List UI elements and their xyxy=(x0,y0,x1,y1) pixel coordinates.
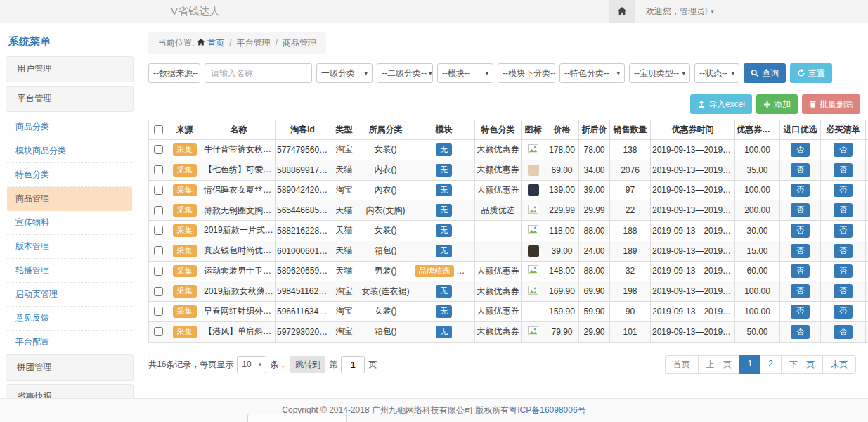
cell-source: 采集 xyxy=(167,140,202,160)
cell-coupon-amount: 60.00 xyxy=(735,261,780,281)
sidebar-item[interactable]: 宣传物料 xyxy=(7,211,132,235)
import-select-toggle[interactable]: 否 xyxy=(791,244,810,258)
sidebar-item[interactable]: 轮播管理 xyxy=(7,259,132,283)
sidebar-item[interactable]: 特色分类 xyxy=(7,163,132,187)
name-input[interactable] xyxy=(205,63,312,83)
cell-category: 内衣() xyxy=(358,180,413,200)
table-row: 采集牛仔背带裤女秋装减龄...577479560965淘宝女装()无大额优惠券1… xyxy=(149,140,868,160)
cell-must-buy: 否 xyxy=(821,241,866,261)
sidebar-item[interactable]: 模块商品分类 xyxy=(7,139,132,163)
pager-button[interactable]: 末页 xyxy=(822,355,856,374)
must-buy-toggle[interactable]: 否 xyxy=(834,143,853,157)
source-badge: 采集 xyxy=(173,305,197,318)
import-select-toggle[interactable]: 否 xyxy=(791,184,810,198)
import-select-toggle[interactable]: 否 xyxy=(791,143,810,157)
module-sub-category-select[interactable]: --模块下分类--▾ xyxy=(498,63,555,83)
row-checkbox[interactable] xyxy=(154,267,163,276)
sidebar-item[interactable]: 平台配置 xyxy=(7,331,132,354)
breadcrumb-home-link[interactable]: 首页 xyxy=(207,38,224,48)
row-checkbox[interactable] xyxy=(154,246,163,255)
must-buy-toggle[interactable]: 否 xyxy=(834,284,853,298)
select-all-checkbox[interactable] xyxy=(154,125,163,134)
query-button[interactable]: 查询 xyxy=(744,63,786,83)
row-checkbox[interactable] xyxy=(154,206,163,215)
chevron-down-icon: ▾ xyxy=(429,70,432,77)
import-select-toggle[interactable]: 否 xyxy=(791,325,810,339)
must-buy-toggle[interactable]: 否 xyxy=(834,203,853,217)
home-button[interactable] xyxy=(609,0,635,23)
cell-module: 无 xyxy=(413,302,475,322)
must-buy-toggle[interactable]: 否 xyxy=(834,224,853,238)
row-checkbox[interactable] xyxy=(154,287,163,296)
column-header: 进口优选 xyxy=(780,120,821,140)
must-buy-toggle[interactable]: 否 xyxy=(834,163,853,177)
must-buy-toggle[interactable]: 否 xyxy=(834,244,853,258)
sidebar-item-active[interactable]: 商品管理 xyxy=(7,187,132,211)
row-checkbox[interactable] xyxy=(154,307,163,316)
bulk-delete-button[interactable]: 批量删除 xyxy=(802,94,860,114)
item-type-select[interactable]: --宝贝类型--▾ xyxy=(629,63,690,83)
module-badge: 无 xyxy=(436,285,452,298)
must-buy-toggle[interactable]: 否 xyxy=(834,325,853,339)
sidebar-section[interactable]: 用户管理 xyxy=(6,56,134,82)
pager-button[interactable]: 首页 xyxy=(665,355,699,374)
pager-button[interactable]: 下一页 xyxy=(781,355,823,374)
module-badge: 无 xyxy=(436,326,452,338)
module-badge: 无 xyxy=(436,184,452,197)
must-buy-toggle[interactable]: 否 xyxy=(834,184,853,198)
must-buy-toggle[interactable]: 否 xyxy=(834,264,853,279)
pager-button[interactable]: 上一页 xyxy=(698,355,740,374)
sidebar-item[interactable]: 启动页管理 xyxy=(7,283,132,307)
per-page-select[interactable]: 10 ▾ xyxy=(237,356,266,373)
cell-sales-count: 138 xyxy=(610,140,651,160)
cell-import-select: 否 xyxy=(780,302,821,322)
link-preview-tooltip xyxy=(247,414,347,422)
cell-discount-price: 34.00 xyxy=(579,160,610,180)
cell-type: 天猫 xyxy=(330,200,358,221)
level1-category-select[interactable]: 一级分类▾ xyxy=(316,63,373,83)
cell-icon xyxy=(522,221,545,241)
row-checkbox[interactable] xyxy=(154,226,163,235)
reset-button[interactable]: 重置 xyxy=(790,63,832,83)
row-checkbox[interactable] xyxy=(154,186,163,195)
must-buy-toggle[interactable]: 否 xyxy=(834,305,853,319)
level2-category-select[interactable]: --二级分类--▾ xyxy=(377,63,433,83)
cell-icon xyxy=(522,160,545,180)
cell-icon xyxy=(522,200,545,221)
sidebar-item[interactable]: 版本管理 xyxy=(7,235,132,259)
pager: 首页上一页12下一页末页 xyxy=(665,355,856,374)
sidebar-item[interactable]: 商品分类 xyxy=(7,115,132,139)
user-menu[interactable]: 欢迎您，管理员! ▾ xyxy=(635,0,714,23)
import-select-toggle[interactable]: 否 xyxy=(791,203,810,217)
page-number-input[interactable] xyxy=(341,356,365,373)
reset-label: 重置 xyxy=(808,68,825,79)
module-select[interactable]: --模块--▾ xyxy=(437,63,493,83)
sidebar-section[interactable]: 平台管理 xyxy=(6,86,134,112)
feature-category-select[interactable]: --特色分类--▾ xyxy=(559,63,625,83)
jump-button[interactable]: 跳转到 xyxy=(290,356,325,373)
import-select-toggle[interactable]: 否 xyxy=(791,224,810,238)
import-select-toggle[interactable]: 否 xyxy=(791,264,810,279)
cell-sales-count: 189 xyxy=(610,241,651,261)
cell-product-name: 情侣睡衣女夏丝绸男士... xyxy=(202,180,276,200)
row-checkbox[interactable] xyxy=(154,145,163,154)
import-excel-button[interactable]: 导入excel xyxy=(690,94,752,114)
sidebar-item[interactable]: 意见反馈 xyxy=(7,307,132,331)
add-button[interactable]: 添加 xyxy=(756,94,798,114)
pager-button[interactable]: 1 xyxy=(739,355,761,374)
product-thumbnail xyxy=(528,184,539,196)
import-select-toggle[interactable]: 否 xyxy=(791,284,810,298)
item-type-select-value: --宝贝类型-- xyxy=(634,68,679,79)
row-checkbox[interactable] xyxy=(154,165,163,174)
status-select[interactable]: --状态--▾ xyxy=(694,63,739,83)
module-select-value: --模块-- xyxy=(442,68,470,79)
import-select-toggle[interactable]: 否 xyxy=(791,305,810,319)
table-row: 采集早春网红针织外套女春...596611634525淘宝女装()无大额优惠券1… xyxy=(149,302,868,322)
import-select-toggle[interactable]: 否 xyxy=(791,163,810,177)
pager-button[interactable]: 2 xyxy=(760,355,782,374)
sidebar-section[interactable]: 拼团管理 xyxy=(6,354,134,381)
icp-link[interactable]: 粤ICP备16098006号 xyxy=(509,404,585,416)
data-source-select[interactable]: --数据来源--▾ xyxy=(148,63,200,83)
cell-checkbox xyxy=(149,261,167,281)
row-checkbox[interactable] xyxy=(154,327,163,336)
